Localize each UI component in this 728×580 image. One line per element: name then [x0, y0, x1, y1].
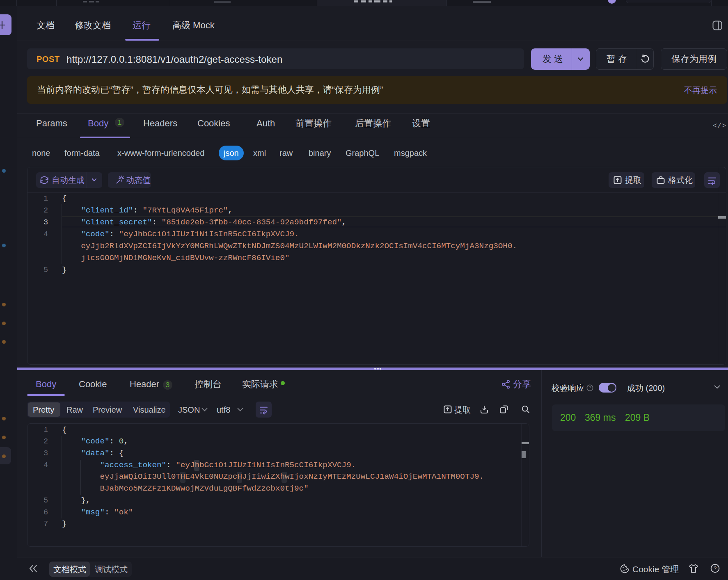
svg-text:?: ?	[589, 386, 591, 390]
svg-text:?: ?	[714, 565, 717, 571]
